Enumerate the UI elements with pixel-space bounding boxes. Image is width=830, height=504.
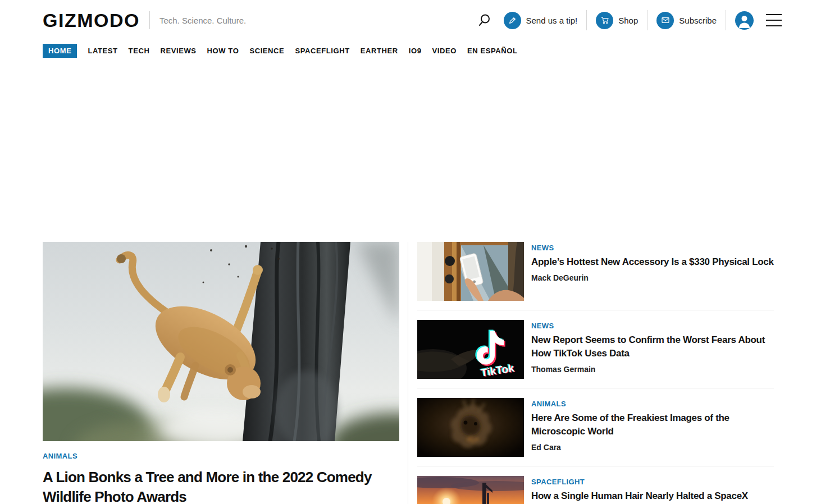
sidebar-article: TikTok TikTok TikTok NEWS New Report See…: [417, 320, 774, 379]
article-text: SPACEFLIGHT How a Single Human Hair Near…: [531, 476, 774, 504]
article-thumbnail[interactable]: [417, 398, 524, 457]
main-content: ANIMALS A Lion Bonks a Tree and More in …: [43, 242, 774, 504]
sidebar-article: SPACEFLIGHT How a Single Human Hair Near…: [417, 476, 774, 504]
site-header: GIZMODO Tech. Science. Culture. Send us …: [0, 0, 830, 58]
lion-falling-from-tree-photo: [43, 242, 399, 441]
article-headline[interactable]: Apple’s Hottest New Accessory Is a $330 …: [531, 255, 774, 269]
article-thumbnail[interactable]: TikTok TikTok TikTok: [417, 320, 524, 379]
sidebar: NEWS Apple’s Hottest New Accessory Is a …: [417, 242, 774, 504]
nav-item-tech[interactable]: TECH: [129, 44, 150, 58]
article-category[interactable]: ANIMALS: [531, 400, 566, 408]
microscopic-creature-photo: [417, 398, 524, 457]
article-category[interactable]: NEWS: [531, 244, 554, 252]
article-author[interactable]: Ed Cara: [531, 443, 774, 452]
nav-item-reviews[interactable]: REVIEWS: [160, 44, 196, 58]
featured-category[interactable]: ANIMALS: [43, 452, 77, 460]
gizmodo-logo[interactable]: GIZMODO: [43, 10, 140, 31]
sidebar-divider: [417, 310, 774, 310]
site-tagline: Tech. Science. Culture.: [159, 16, 246, 25]
sidebar-divider: [417, 388, 774, 388]
nav-item-howto[interactable]: HOW TO: [207, 44, 239, 58]
brand: GIZMODO Tech. Science. Culture.: [43, 10, 246, 31]
hamburger-icon: [766, 14, 782, 15]
nav-item-io9[interactable]: IO9: [409, 44, 422, 58]
shop-label: Shop: [618, 16, 638, 25]
subscribe-label: Subscribe: [679, 16, 717, 25]
column-divider: [408, 242, 408, 504]
article-category[interactable]: SPACEFLIGHT: [531, 478, 585, 486]
envelope-icon: [656, 12, 674, 29]
article-headline[interactable]: New Report Seems to Confirm the Worst Fe…: [531, 333, 774, 360]
featured-headline[interactable]: A Lion Bonks a Tree and More in the 2022…: [43, 468, 399, 504]
article-category[interactable]: NEWS: [531, 322, 554, 330]
sidebar-article: ANIMALS Here Are Some of the Freakiest I…: [417, 398, 774, 457]
nav-item-science[interactable]: SCIENCE: [249, 44, 284, 58]
nav-item-video[interactable]: VIDEO: [432, 44, 457, 58]
search-button[interactable]: [478, 13, 491, 27]
account-button[interactable]: [735, 11, 754, 30]
article-thumbnail[interactable]: [417, 242, 524, 301]
menu-button[interactable]: [765, 12, 783, 29]
article-text: NEWS New Report Seems to Confirm the Wor…: [531, 320, 774, 379]
article-thumbnail[interactable]: [417, 476, 524, 504]
spacex-launchpad-sunset-photo: [417, 476, 524, 504]
nav-item-latest[interactable]: LATEST: [88, 44, 117, 58]
brand-divider: [149, 11, 150, 29]
article-author[interactable]: Mack DeGeurin: [531, 273, 774, 282]
featured-article-image[interactable]: [43, 242, 399, 441]
header-actions: Send us a tip! Shop: [478, 10, 783, 30]
shop-link[interactable]: Shop: [596, 12, 638, 29]
tiktok-logo-photo: TikTok TikTok TikTok: [417, 320, 524, 379]
subscribe-link[interactable]: Subscribe: [656, 12, 717, 29]
header-divider: [586, 10, 587, 30]
cart-icon: [596, 12, 613, 29]
header-divider: [647, 10, 647, 30]
nav-item-earther[interactable]: EARTHER: [361, 44, 398, 58]
featured-article: ANIMALS A Lion Bonks a Tree and More in …: [43, 242, 399, 504]
smart-lock-door-photo: [417, 242, 524, 301]
search-icon: [478, 13, 491, 27]
nav-item-home[interactable]: HOME: [43, 44, 77, 58]
ad-slot: [0, 58, 830, 242]
sidebar-article: NEWS Apple’s Hottest New Accessory Is a …: [417, 242, 774, 301]
article-author[interactable]: Thomas Germain: [531, 365, 774, 374]
pencil-icon: [504, 12, 521, 29]
send-tip-label: Send us a tip!: [526, 16, 578, 25]
header-divider: [726, 10, 726, 30]
user-icon: [735, 11, 754, 30]
main-nav: HOME LATEST TECH REVIEWS HOW TO SCIENCE …: [43, 43, 830, 58]
nav-item-spaceflight[interactable]: SPACEFLIGHT: [295, 44, 349, 58]
header-top: GIZMODO Tech. Science. Culture. Send us …: [0, 0, 830, 40]
article-text: ANIMALS Here Are Some of the Freakiest I…: [531, 398, 774, 457]
article-headline[interactable]: How a Single Human Hair Nearly Halted a …: [531, 489, 774, 504]
nav-item-en-espanol[interactable]: EN ESPAÑOL: [467, 44, 518, 58]
article-headline[interactable]: Here Are Some of the Freakiest Images of…: [531, 411, 774, 438]
article-text: NEWS Apple’s Hottest New Accessory Is a …: [531, 242, 774, 301]
sidebar-divider: [417, 466, 774, 466]
send-tip-link[interactable]: Send us a tip!: [504, 12, 578, 29]
